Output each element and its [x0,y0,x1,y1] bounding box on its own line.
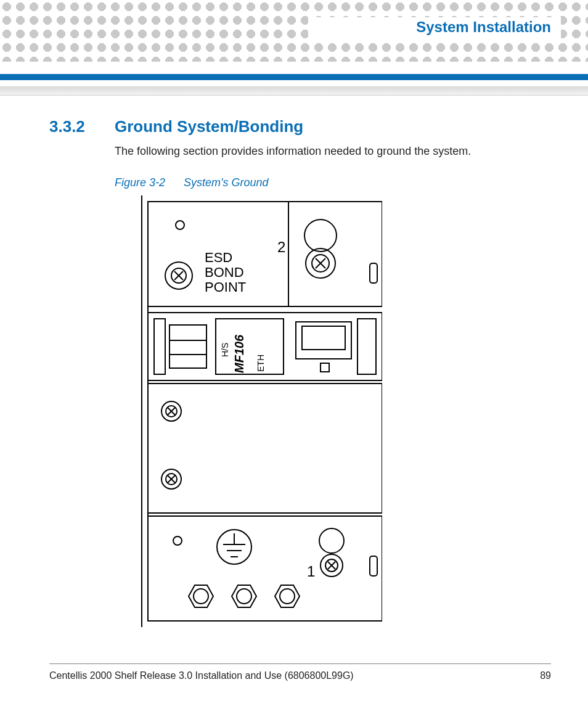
svg-rect-25 [321,363,329,372]
figure-title: System's Ground [184,176,269,189]
header-blue-rule [0,74,588,80]
page-content: 3.3.2 Ground System/Bonding The followin… [49,117,542,627]
svg-rect-46 [370,556,377,576]
svg-rect-17 [370,263,377,283]
esd-label-line3: POINT [205,279,246,295]
svg-rect-19 [169,325,206,368]
svg-point-50 [237,589,251,604]
svg-point-41 [319,528,344,553]
section-intro-text: The following section provides informati… [115,145,542,158]
svg-rect-4 [148,384,382,513]
svg-point-35 [173,536,182,545]
eth-label: ETH [256,355,266,372]
svg-rect-18 [154,319,165,374]
svg-rect-2 [148,202,382,306]
top-callout-number: 2 [277,239,285,255]
section-number: 3.3.2 [49,117,94,136]
module-label: MF106 [232,334,246,373]
hs-label: H/S [220,343,230,357]
chapter-title: System Installation [416,18,551,36]
svg-rect-26 [357,319,376,374]
footer-doc-title: Centellis 2000 Shelf Release 3.0 Install… [49,670,354,681]
svg-rect-24 [302,326,345,350]
section-title: Ground System/Bonding [115,117,303,136]
svg-point-48 [194,589,208,604]
svg-point-12 [304,220,337,252]
header-grey-bar [0,86,588,96]
footer-page-number: 89 [540,670,551,681]
page-footer: Centellis 2000 Shelf Release 3.0 Install… [49,663,551,681]
esd-label-line1: ESD [205,250,232,265]
bottom-callout-number: 1 [307,563,315,580]
figure-caption: Figure 3-2System's Ground [115,176,542,189]
svg-point-6 [176,221,184,229]
figure-label: Figure 3-2 [115,176,165,189]
system-ground-diagram: ESD BOND POINT 2 MF10 [136,195,382,627]
svg-rect-23 [296,322,351,359]
svg-point-52 [280,589,295,604]
svg-rect-5 [148,516,382,621]
figure-diagram: ESD BOND POINT 2 MF10 [136,195,382,627]
esd-label-line2: BOND [205,265,244,280]
